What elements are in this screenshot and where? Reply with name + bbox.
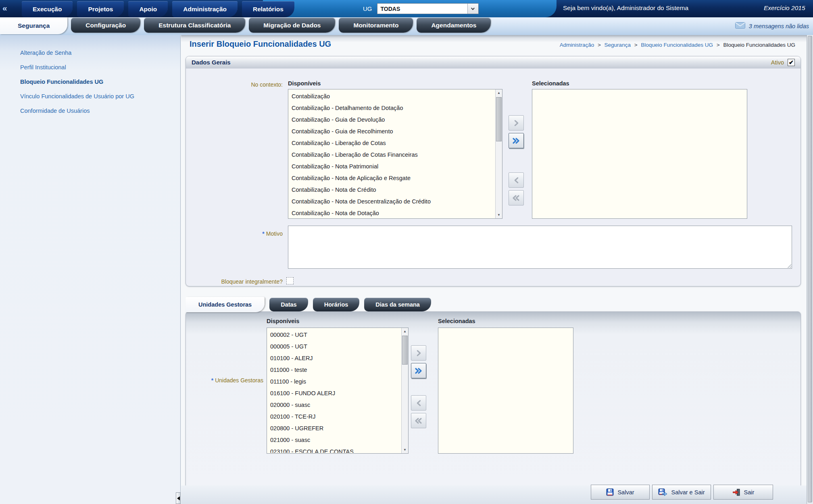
list-item[interactable]: 010100 - ALERJ xyxy=(270,353,401,364)
list-item[interactable]: Contabilização - Nota de Descentralizaçã… xyxy=(292,196,495,207)
contexto-selecionadas-listbox[interactable] xyxy=(532,89,747,219)
breadcrumb-item[interactable]: Segurança xyxy=(605,42,631,48)
top-navigation-bar: « Execução Projetos Apoio Administração … xyxy=(0,0,813,17)
list-item[interactable]: Contabilização - Guia de Recolhimento xyxy=(292,126,495,137)
breadcrumb-item[interactable]: Administração xyxy=(560,42,594,48)
ug-move-all-left-button[interactable] xyxy=(411,413,426,428)
list-item[interactable]: Contabilização - Nota de Crédito xyxy=(292,184,495,196)
sidebar-item-perfil-institucional[interactable]: Perfil Institucional xyxy=(20,60,180,75)
ug-move-all-right-button[interactable] xyxy=(411,363,426,378)
list-item[interactable]: 020100 - TCE-RJ xyxy=(270,411,401,423)
list-item[interactable]: Contabilização - Guia de Devolução xyxy=(292,114,495,126)
tab-dias-da-semana[interactable]: Dias da semana xyxy=(364,298,431,311)
list-item[interactable]: Contabilização - Nota de Dotação xyxy=(292,207,495,218)
move-left-button[interactable] xyxy=(509,172,524,188)
chevron-left-icon xyxy=(415,400,422,407)
tab-migracao-de-dados[interactable]: Migração de Dados xyxy=(249,18,335,33)
double-chevron-left-icon xyxy=(512,195,521,201)
list-item[interactable]: Contabilização xyxy=(292,91,495,102)
list-item[interactable]: 023100 - ESCOLA DE CONTAS xyxy=(270,446,401,453)
tab-unidades-gestoras[interactable]: Unidades Gestoras xyxy=(186,297,265,312)
motivo-label: *Motivo xyxy=(202,230,283,237)
bloquear-integralmente-checkbox[interactable] xyxy=(286,277,294,284)
menu-tab-relatorios[interactable]: Relatórios xyxy=(242,1,294,17)
sidebar-item-vinculo-funcionalidades[interactable]: Vínculo Funcionalidades de Usuário por U… xyxy=(20,89,180,104)
scrollbar-thumb[interactable] xyxy=(496,97,502,141)
list-item[interactable]: 020000 - suasc xyxy=(270,399,401,411)
sidebar-collapse-handle[interactable] xyxy=(176,492,181,504)
tab-horarios[interactable]: Horários xyxy=(313,298,360,311)
double-chevron-right-icon xyxy=(512,137,521,144)
sidebar-item-conformidade-de-usuarios[interactable]: Conformidade de Usuários xyxy=(20,104,180,118)
listbox-scrollbar[interactable]: ▲ ▼ xyxy=(401,328,408,453)
ug-selecionadas-listbox[interactable] xyxy=(438,328,573,454)
ug-move-left-button[interactable] xyxy=(411,395,426,411)
vertical-scrollbar[interactable] xyxy=(807,35,813,504)
disponiveis-header: Disponíveis xyxy=(288,80,321,87)
ug-disponiveis-header: Disponíveis xyxy=(267,318,299,324)
list-item[interactable]: 020800 - UGREFER xyxy=(270,423,401,434)
checkmark-icon: ✔ xyxy=(789,59,794,66)
save-button-label: Salvar xyxy=(617,489,634,496)
breadcrumb-separator: > xyxy=(717,42,720,48)
menu-tab-apoio[interactable]: Apoio xyxy=(128,1,168,17)
save-and-exit-button[interactable]: Salvar e Sair xyxy=(652,485,711,500)
list-item[interactable]: 021000 - suasc xyxy=(270,434,401,446)
scrollbar-thumb[interactable] xyxy=(402,336,408,365)
list-item[interactable]: Contabilização - Liberação de Cotas Fina… xyxy=(292,149,495,161)
scroll-down-icon[interactable]: ▼ xyxy=(496,212,502,218)
breadcrumb-item[interactable]: Bloqueio Funcionalidades UG xyxy=(641,42,713,48)
tab-agendamentos[interactable]: Agendamentos xyxy=(417,18,491,33)
sidebar-item-bloqueio-funcionalidades-ug[interactable]: Bloqueio Funcionalidades UG xyxy=(20,75,180,89)
tab-monitoramento[interactable]: Monitoramento xyxy=(339,18,413,33)
double-chevron-left-icon xyxy=(414,417,423,424)
exit-button[interactable]: Sair xyxy=(713,485,773,500)
unread-messages[interactable]: 3 mensagens não lidas xyxy=(735,22,809,30)
envelope-icon xyxy=(735,22,745,30)
contexto-disponiveis-listbox[interactable]: ContabilizaçãoContabilização - Detalhame… xyxy=(288,89,502,219)
scroll-up-icon[interactable]: ▲ xyxy=(402,328,408,335)
scroll-down-icon[interactable]: ▼ xyxy=(402,446,408,453)
page-title: Inserir Bloqueio Funcionalidades UG xyxy=(190,39,331,49)
ug-select-value: TODAS xyxy=(377,4,467,14)
ug-move-right-button[interactable] xyxy=(411,345,426,361)
list-item[interactable]: Contabilização - Nota Patrimonial xyxy=(292,161,495,172)
tab-datas[interactable]: Datas xyxy=(269,298,308,311)
save-button[interactable]: Salvar xyxy=(591,485,650,500)
exercise-text: Exercício 2015 xyxy=(764,4,813,12)
bloquear-integralmente-label: Bloquear integralmente? xyxy=(193,278,283,285)
tab-estrutura-classificatoria[interactable]: Estrutura Classificatória xyxy=(144,18,245,33)
main-menu: Execução Projetos Apoio Administração Re… xyxy=(22,1,294,17)
menu-tab-projetos[interactable]: Projetos xyxy=(77,1,124,17)
menu-tab-administracao[interactable]: Administração xyxy=(172,1,238,17)
list-item[interactable]: Contabilização - Nota de Aplicação e Res… xyxy=(292,172,495,184)
unread-messages-text: 3 mensagens não lidas xyxy=(749,23,809,29)
list-item[interactable]: 000005 - UGT xyxy=(270,341,401,353)
no-contexto-label: No contexto: xyxy=(202,81,283,88)
move-right-button[interactable] xyxy=(509,115,524,131)
list-item[interactable]: 000002 - UGT xyxy=(270,329,401,341)
move-all-left-button[interactable] xyxy=(509,190,524,205)
collapse-menu-icon[interactable]: « xyxy=(2,3,7,13)
move-all-right-button[interactable] xyxy=(509,133,524,148)
vertical-scrollbar-thumb[interactable] xyxy=(808,36,812,502)
listbox-scrollbar[interactable]: ▲ ▼ xyxy=(495,89,502,218)
list-item[interactable]: Contabilização - Liberação de Cotas xyxy=(292,137,495,149)
sidebar-item-alteracao-de-senha[interactable]: Alteração de Senha xyxy=(20,46,180,60)
menu-tab-execucao[interactable]: Execução xyxy=(22,1,73,17)
save-icon xyxy=(606,488,614,496)
main-content: Inserir Bloqueio Funcionalidades UG Admi… xyxy=(181,35,813,504)
tab-seguranca[interactable]: Segurança xyxy=(0,17,67,34)
ug-select[interactable]: TODAS xyxy=(377,3,479,14)
list-item[interactable]: Contabilização - Detalhamento de Dotação xyxy=(292,102,495,114)
list-item[interactable]: 016100 - FUNDO ALERJ xyxy=(270,388,401,399)
list-item[interactable]: 011100 - legis xyxy=(270,376,401,388)
motivo-textarea[interactable] xyxy=(288,226,792,269)
chevron-down-icon[interactable] xyxy=(467,4,478,14)
welcome-text: Seja bem vindo(a), Administrador do Sist… xyxy=(563,4,688,12)
ug-disponiveis-listbox[interactable]: 000002 - UGT000005 - UGT010100 - ALERJ01… xyxy=(267,328,409,454)
tab-configuracao[interactable]: Configuração xyxy=(71,18,140,33)
ativo-checkbox[interactable]: ✔ xyxy=(788,59,795,66)
scroll-up-icon[interactable]: ▲ xyxy=(496,89,502,96)
list-item[interactable]: 011000 - teste xyxy=(270,364,401,376)
